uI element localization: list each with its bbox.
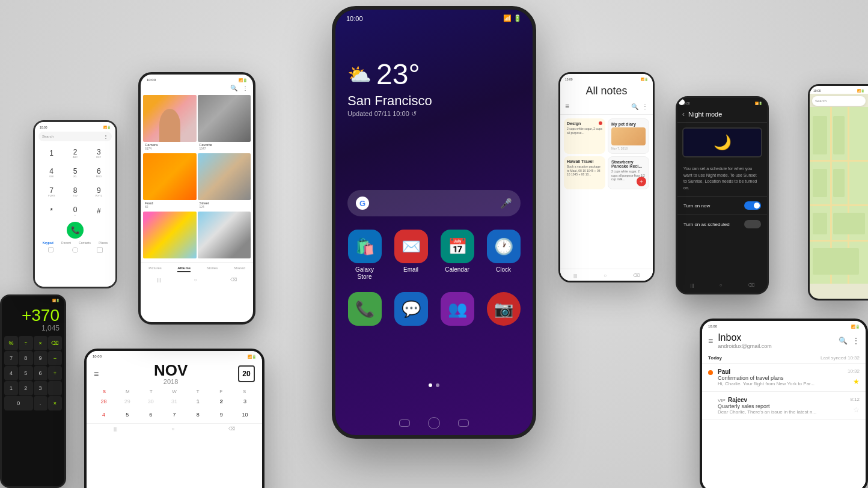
nav-recents-night[interactable]: ⌫ [748, 282, 754, 288]
note-design[interactable]: Design 2 cups white sugar, 2 cups all pu… [564, 118, 605, 154]
app-clock[interactable]: 🕐 Clock [483, 230, 524, 273]
calc-8[interactable]: 8 [19, 351, 32, 365]
notes-menu-icon[interactable]: ≡ [565, 102, 569, 111]
cal-day-6[interactable]: 6 [139, 409, 162, 421]
star-paul[interactable]: ★ [853, 377, 860, 386]
notes-more-icon[interactable]: ⋮ [642, 103, 648, 110]
email-search-icon[interactable]: 🔍 [839, 337, 848, 345]
nav-recents-cal[interactable]: ⌫ [228, 426, 235, 432]
nav-home-notes[interactable]: ○ [604, 273, 607, 278]
email-more-icon[interactable]: ⋮ [852, 337, 860, 345]
cal-day-31[interactable]: 31 [163, 395, 185, 407]
cal-day-28[interactable]: 28 [93, 395, 115, 407]
note-petdiary[interactable]: My pet diary Nov 7, 2018 [608, 118, 649, 154]
email-item-rajeev[interactable]: VIP Rajeev Quarterly sales report Dear C… [702, 392, 866, 420]
gallery-cell-street[interactable]: Street 124 [198, 153, 251, 210]
calc-del[interactable]: ⌫ [48, 336, 62, 350]
toggle-on-now[interactable] [744, 201, 761, 210]
gallery-cell-food[interactable]: Food 82 [143, 153, 197, 210]
key-1[interactable]: 1 [41, 145, 62, 162]
cal-day-4[interactable]: 4 [93, 409, 115, 421]
cal-day-2[interactable]: 2 [210, 395, 233, 407]
calc-1[interactable]: 1 [4, 381, 18, 395]
app-galaxy-store[interactable]: 🛍️ GalaxyStore [344, 230, 385, 281]
map-search[interactable]: Search [812, 96, 866, 106]
cal-day-9[interactable]: 9 [210, 409, 233, 421]
gallery-cell-friends[interactable] [143, 212, 197, 260]
nav-home-cal[interactable]: ○ [171, 426, 174, 432]
nav-back[interactable] [399, 419, 410, 427]
cal-day-5[interactable]: 5 [116, 409, 138, 421]
search-icon[interactable]: 🔍 [230, 85, 237, 91]
nav-back-notes[interactable]: ||| [573, 273, 577, 278]
cal-day-1[interactable]: 1 [187, 395, 209, 407]
calc-add[interactable]: + [48, 366, 62, 380]
nav-home[interactable] [428, 417, 440, 429]
notes-search-icon[interactable]: 🔍 [631, 103, 638, 110]
dialer-search[interactable]: Search ⋮ [38, 132, 112, 141]
nav-back-cal[interactable]: ||| [114, 426, 117, 432]
app-email[interactable]: ✉️ Email [391, 230, 432, 273]
calc-4[interactable]: 4 [4, 366, 18, 380]
key-3[interactable]: 3DEF [88, 145, 109, 162]
calc-6[interactable]: 6 [34, 366, 47, 380]
app-messages[interactable]: 💬 [391, 292, 432, 329]
key-star[interactable]: * [41, 203, 62, 219]
tab-albums[interactable]: Albums [177, 266, 191, 272]
calc-mul[interactable]: × [34, 336, 47, 350]
calc-2[interactable]: 2 [19, 381, 32, 395]
email-menu-icon[interactable]: ≡ [708, 336, 713, 346]
app-calendar[interactable]: 📅 Calendar [437, 230, 478, 273]
menu-icon[interactable]: ≡ [94, 369, 99, 379]
key-9[interactable]: 9WXYZ [88, 183, 109, 200]
key-6[interactable]: 6MNO [88, 164, 109, 181]
nav-back-btn[interactable] [48, 247, 53, 252]
key-0[interactable]: 0+ [64, 203, 85, 219]
cal-day-3[interactable]: 3 [234, 395, 256, 407]
more-options-icon[interactable]: ⋮ [103, 134, 108, 139]
tab-places[interactable]: Places [99, 241, 108, 245]
calc-0[interactable]: 0 [4, 396, 33, 410]
cal-day-8[interactable]: 8 [187, 409, 209, 421]
tab-recent[interactable]: Recent [61, 241, 71, 245]
nav-recents-notes[interactable]: ⌫ [633, 273, 640, 278]
nav-recents-icon[interactable]: ⌫ [230, 277, 237, 282]
cal-day-7[interactable]: 7 [163, 409, 185, 421]
gallery-cell-mountain[interactable] [198, 212, 251, 260]
nav-home-btn[interactable] [72, 247, 78, 253]
key-5[interactable]: 5JKL [64, 164, 85, 181]
nav-home-night[interactable]: ○ [720, 282, 723, 288]
app-phone[interactable]: 📞 [344, 292, 385, 329]
calc-3[interactable]: 3 [34, 381, 47, 395]
key-7[interactable]: 7PQRS [41, 183, 62, 200]
cal-day-10[interactable]: 10 [234, 409, 256, 421]
tab-shared[interactable]: Shared [233, 266, 245, 272]
more-icon[interactable]: ⋮ [242, 85, 248, 91]
star-rajeev[interactable]: ☆ [853, 406, 860, 414]
calc-pct[interactable]: % [4, 336, 18, 350]
back-arrow-icon[interactable]: ‹ [682, 110, 685, 118]
cal-day-30[interactable]: 30 [139, 395, 162, 407]
gallery-cell-camera[interactable]: Camera 6174 [143, 95, 197, 152]
app-camera[interactable]: 📷 [483, 292, 524, 329]
note-hawaii[interactable]: Hawaii Travel Book a vacation package to… [564, 156, 605, 189]
today-badge[interactable]: 20 [238, 365, 255, 382]
cal-day-29[interactable]: 29 [116, 395, 138, 407]
add-note-btn[interactable]: + [637, 177, 646, 186]
calc-7[interactable]: 7 [4, 351, 18, 365]
key-2[interactable]: 2ABC [64, 145, 85, 162]
call-button[interactable]: 📞 [67, 222, 84, 239]
tab-pictures[interactable]: Pictures [148, 266, 162, 272]
key-4[interactable]: 4GHI [41, 164, 62, 181]
key-8[interactable]: 8TUV [64, 183, 85, 200]
nav-recents-btn[interactable] [97, 247, 103, 253]
calc-9[interactable]: 9 [34, 351, 47, 365]
email-item-paul[interactable]: Paul Confirmation of travel plans Hi, Ch… [702, 364, 866, 392]
calc-5[interactable]: 5 [19, 366, 32, 380]
calc-div[interactable]: ÷ [19, 336, 32, 350]
nav-recents[interactable] [458, 419, 469, 427]
nav-home-icon[interactable]: ○ [194, 277, 197, 282]
nav-back-icon[interactable]: ||| [157, 277, 160, 282]
tab-stories[interactable]: Stories [206, 266, 218, 272]
tab-keypad[interactable]: Keypad [43, 241, 53, 245]
